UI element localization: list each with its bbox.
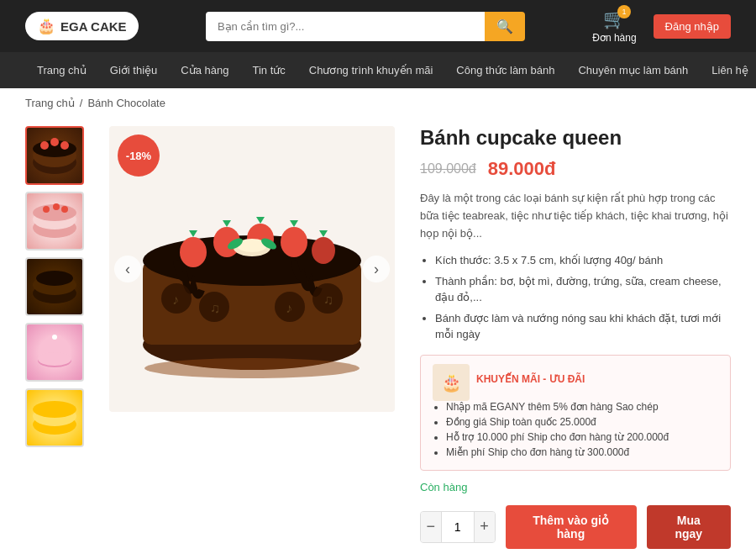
svg-text:♫: ♫ [323,293,333,307]
thumbnail-3[interactable] [25,257,84,316]
cart-icon-group[interactable]: 🛒 1 Đơn hàng [592,8,636,44]
logo-icon: 🎂 [37,17,55,35]
promo-item-1: Nhập mã EGANY thêm 5% đơn hàng Sao chép [446,401,718,413]
svg-point-5 [60,141,69,150]
quantity-row: − 1 + Thêm vào giỏ hàng Mua ngay [420,505,731,549]
header-right: 🛒 1 Đơn hàng Đăng nhập [592,8,731,44]
promo-box: 🎂 KHUYẾN MÃI - ƯU ĐÃI Nhập mã EGANY thêm… [420,355,731,471]
nav-item-recipe[interactable]: Công thức làm bánh [444,52,566,88]
spec-item-3: Bánh được làm và nướng nóng sau khi khác… [435,310,731,343]
logo-text: EGA CAKE [60,19,127,34]
breadcrumb-separator: / [80,97,83,109]
discount-badge: -18% [118,134,160,177]
search-button[interactable]: 🔍 [485,12,525,41]
svg-text:♪: ♪ [286,301,292,315]
product-title: Bánh cupcake queen [420,126,731,150]
quantity-input[interactable]: 1 [441,512,475,542]
svg-point-33 [180,237,207,267]
nav-item-promo[interactable]: Chương trình khuyến mãi [297,52,445,88]
nav-item-home[interactable]: Trang chủ [25,52,98,88]
svg-point-39 [281,227,307,257]
quantity-control: − 1 + [420,511,496,543]
header: 🎂 EGA CAKE 🔍 🛒 1 Đơn hàng Đăng nhập [0,0,756,52]
svg-marker-42 [319,230,328,237]
svg-text:♪: ♪ [172,293,179,307]
svg-point-47 [144,358,360,378]
promo-title: KHUYẾN MÃI - ƯU ĐÃI [476,373,585,385]
new-price: 89.000đ [488,158,556,180]
login-button[interactable]: Đăng nhập [654,14,731,39]
product-description: Đây là một trong các loại bánh sự kiện r… [420,190,731,242]
breadcrumb-category: Bánh Chocolate [87,97,165,109]
price-row: 109.000đ 89.000đ [420,158,731,180]
quantity-decrease-button[interactable]: − [421,512,441,542]
nav-item-shop[interactable]: Cửa hàng [169,52,240,88]
svg-point-9 [43,206,50,213]
svg-point-18 [52,335,57,340]
product-specs: Kích thước: 3.5 x 7.5 cm, khối lượng 40g… [420,252,731,343]
svg-point-11 [61,206,68,213]
add-to-cart-button[interactable]: Thêm vào giỏ hàng [506,505,637,549]
breadcrumb-home[interactable]: Trang chủ [25,97,75,109]
thumbnail-4[interactable] [25,323,84,382]
svg-point-41 [312,237,335,264]
buy-now-button[interactable]: Mua ngay [647,505,732,549]
logo[interactable]: 🎂 EGA CAKE [25,12,139,40]
svg-marker-38 [256,217,265,224]
old-price: 109.000đ [420,161,476,177]
svg-text:♫: ♫ [210,301,220,315]
svg-marker-34 [189,230,197,237]
search-input[interactable] [206,12,485,41]
thumbnail-5[interactable] [25,388,84,447]
quantity-increase-button[interactable]: + [475,512,495,542]
cart-label: Đơn hàng [592,32,636,44]
nav-item-news[interactable]: Tin tức [240,52,297,88]
promo-item-4: Miễn phí Ship cho đơn hàng từ 300.000đ [446,446,718,458]
svg-point-10 [53,203,60,210]
promo-item-2: Đồng giá Ship toàn quốc 25.000đ [446,416,718,428]
next-image-button[interactable]: › [363,256,390,282]
svg-point-21 [33,401,76,418]
nav-item-contact[interactable]: Liên hệ [700,52,756,88]
svg-point-3 [40,141,49,150]
search-bar: 🔍 [206,12,525,41]
nav-item-about[interactable]: Giới thiệu [98,52,169,88]
navigation: Trang chủ Giới thiệu Cửa hàng Tin tức Ch… [0,52,756,88]
cart-badge: 1 [617,5,631,18]
thumbnail-1[interactable] [25,126,84,185]
prev-image-button[interactable]: ‹ [114,256,141,282]
svg-point-4 [50,138,59,146]
promo-item-3: Hỗ trợ 10.000 phí Ship cho đơn hàng từ 2… [446,431,718,443]
spec-item-1: Kích thước: 3.5 x 7.5 cm, khối lượng 40g… [435,252,731,269]
thumbnail-list [25,126,84,559]
spec-item-2: Thành phần: bơ, bột mì, đường, trứng, sữ… [435,273,731,306]
thumbnail-2[interactable] [25,192,84,250]
main-content: -18% ♪ ♫ ♪ ♫ [0,118,756,559]
svg-point-14 [36,271,73,286]
main-image-area: -18% ♪ ♫ ♪ ♫ [109,126,395,559]
svg-marker-36 [223,220,231,227]
promo-list: Nhập mã EGANY thêm 5% đơn hàng Sao chép … [433,401,718,458]
product-info: Bánh cupcake queen 109.000đ 89.000đ Đây … [420,126,731,559]
svg-marker-40 [290,220,298,227]
promo-image: 🎂 [433,364,470,401]
stock-status: Còn hàng [420,481,731,493]
svg-point-17 [38,352,71,366]
nav-item-category[interactable]: Chuyên mục làm bánh [566,52,700,88]
breadcrumb: Trang chủ / Bánh Chocolate [0,88,756,118]
